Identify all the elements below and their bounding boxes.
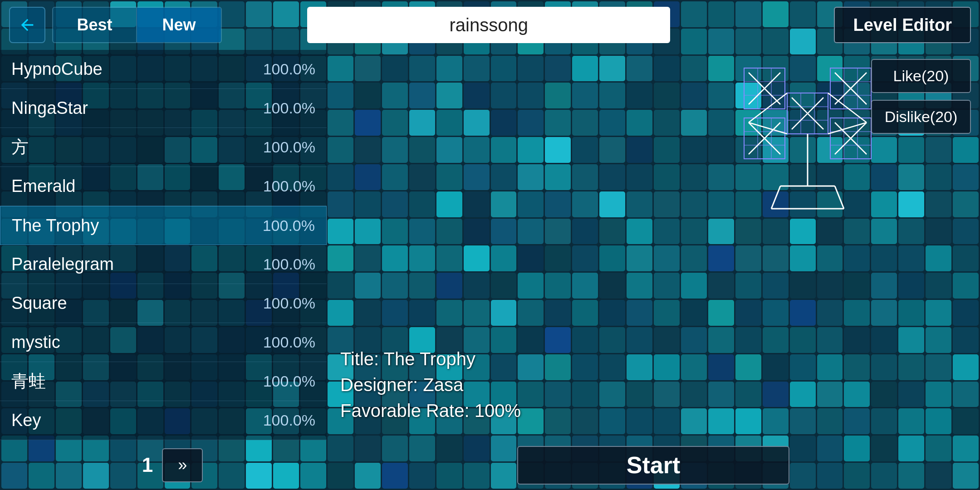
footer: 1 » Start [0, 440, 980, 490]
level-list: HypnoCube100.0%NingaStar100.0%方100.0%Eme… [0, 50, 327, 440]
start-btn-container: Start [336, 446, 971, 485]
level-rate: Favorable Rate: 100% [340, 401, 521, 421]
level-title: Title: The Trophy [340, 349, 521, 369]
level-item-name: HypnoCube [11, 59, 103, 79]
level-item[interactable]: Paralelegram100.0% [0, 245, 327, 284]
search-input[interactable] [316, 15, 661, 35]
level-item-score: 100.0% [263, 372, 315, 390]
like-button[interactable]: Like(20) [871, 59, 971, 93]
level-item-score: 100.0% [263, 99, 315, 117]
dislike-button[interactable]: Dislike(20) [871, 100, 971, 134]
level-designer: Designer: Zasa [340, 375, 521, 395]
vote-buttons: Like(20) Dislike(20) [871, 59, 971, 134]
tab-new[interactable]: New [137, 8, 221, 42]
level-item-name: 方 [11, 136, 29, 159]
trophy-svg [735, 59, 880, 250]
level-item-name: Square [11, 294, 67, 313]
level-item-score: 100.0% [263, 294, 315, 312]
level-editor-button[interactable]: Level Editor [834, 7, 971, 43]
right-panel: Like(20) Dislike(20) Title: The Trophy D… [327, 50, 980, 440]
back-icon [18, 16, 36, 34]
level-item[interactable]: mystic100.0% [0, 323, 327, 362]
level-item-name: mystic [11, 333, 60, 352]
level-item-score: 100.0% [263, 412, 315, 429]
level-item-score: 100.0% [263, 177, 315, 195]
level-item[interactable]: HypnoCube100.0% [0, 50, 327, 89]
level-item-score: 100.0% [263, 255, 315, 273]
search-box [307, 7, 670, 43]
level-item[interactable]: Key100.0% [0, 401, 327, 440]
next-page-button[interactable]: » [162, 448, 203, 482]
level-item-score: 100.0% [263, 217, 315, 235]
level-item-name: Key [11, 411, 41, 430]
level-item-score: 100.0% [263, 333, 315, 351]
level-item-score: 100.0% [263, 138, 315, 156]
level-item-name: Paralelegram [11, 255, 114, 274]
level-item-score: 100.0% [263, 60, 315, 78]
level-item[interactable]: NingaStar100.0% [0, 89, 327, 128]
pagination: 1 » [9, 448, 336, 482]
main-container: Best New Level Editor HypnoCube100.0%Nin… [0, 0, 980, 490]
start-button[interactable]: Start [517, 446, 789, 485]
level-item[interactable]: Square100.0% [0, 284, 327, 323]
page-number: 1 [142, 454, 153, 476]
tab-best[interactable]: Best [53, 8, 137, 42]
tab-group: Best New [52, 7, 222, 43]
svg-line-38 [835, 186, 844, 209]
trophy-preview [735, 59, 880, 250]
level-item-name: 青蛙 [11, 370, 46, 393]
svg-line-37 [771, 186, 780, 209]
level-item[interactable]: 青蛙100.0% [0, 362, 327, 401]
level-item[interactable]: Emerald100.0% [0, 167, 327, 206]
level-item-name: Emerald [11, 176, 76, 196]
level-item-name: NingaStar [11, 98, 88, 118]
body-area: HypnoCube100.0%NingaStar100.0%方100.0%Eme… [0, 50, 980, 440]
back-button[interactable] [9, 7, 45, 43]
level-item[interactable]: 方100.0% [0, 128, 327, 167]
header: Best New Level Editor [0, 0, 980, 50]
level-item[interactable]: The Trophy100.0% [0, 206, 327, 245]
level-info: Title: The Trophy Designer: Zasa Favorab… [340, 349, 521, 426]
level-item-name: The Trophy [12, 216, 99, 235]
